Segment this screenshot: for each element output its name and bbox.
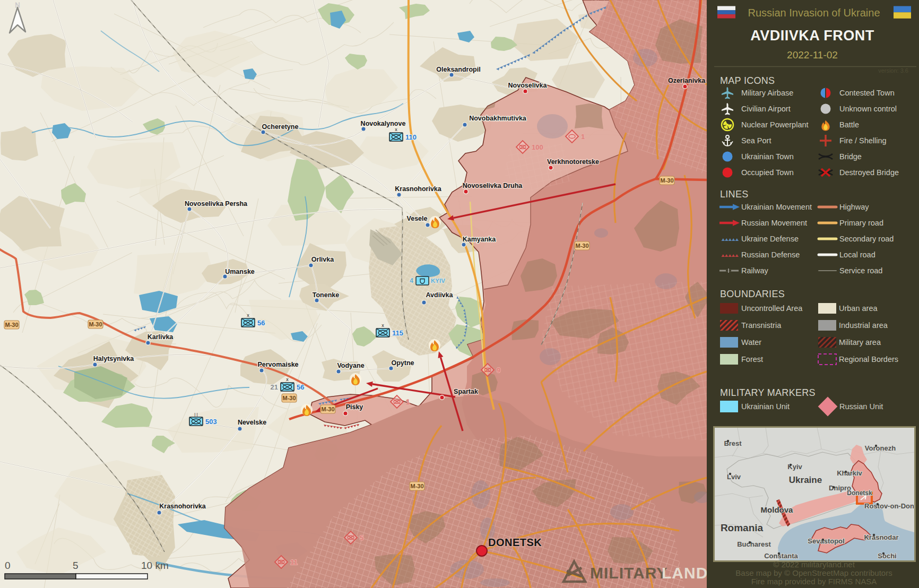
svg-text:Pervomaiske: Pervomaiske — [257, 361, 298, 368]
svg-text:| |: | | — [194, 412, 197, 417]
svg-text:Opytne: Opytne — [391, 359, 414, 367]
svg-text:M-30: M-30 — [321, 406, 334, 412]
svg-text:Kharkiv: Kharkiv — [837, 469, 862, 477]
svg-text:Kyiv: Kyiv — [787, 463, 802, 471]
svg-text:Ukraine: Ukraine — [789, 475, 822, 485]
svg-text:Fire / Shelling: Fire / Shelling — [839, 136, 887, 145]
svg-text:Nevelske: Nevelske — [238, 419, 266, 426]
svg-text:Novobakhmutivka: Novobakhmutivka — [469, 115, 527, 122]
svg-text:KYIV: KYIV — [431, 278, 445, 284]
svg-text:Sea Port: Sea Port — [741, 136, 771, 145]
svg-text:Umanske: Umanske — [225, 268, 255, 275]
svg-text:M-30: M-30 — [575, 243, 588, 249]
svg-text:Ocheretyne: Ocheretyne — [262, 123, 299, 131]
svg-text:Orlivka: Orlivka — [311, 256, 334, 263]
svg-text:Ukrainian Town: Ukrainian Town — [741, 152, 794, 161]
svg-text:version: 3.6: version: 3.6 — [878, 67, 908, 74]
svg-text:Donetsk: Donetsk — [847, 489, 872, 497]
svg-text:Ukraine Defense: Ukraine Defense — [741, 235, 799, 243]
svg-text:Ukrainian Movement: Ukrainian Movement — [741, 203, 812, 211]
svg-text:Brest: Brest — [724, 439, 742, 447]
svg-text:11: 11 — [290, 558, 298, 566]
svg-text:1: 1 — [581, 133, 585, 141]
svg-text:Industrial area: Industrial area — [839, 321, 888, 330]
svg-text:Vodyane: Vodyane — [337, 362, 364, 369]
svg-text:x: x — [286, 377, 289, 382]
svg-text:© 2022 militaryland.net: © 2022 militaryland.net — [773, 560, 855, 569]
svg-text:MILITARY MARKERS: MILITARY MARKERS — [720, 387, 816, 398]
svg-text:Kamyanka: Kamyanka — [463, 236, 497, 243]
svg-text:Occupied Town: Occupied Town — [741, 168, 794, 177]
svg-text:115: 115 — [392, 329, 403, 337]
svg-text:Karlivka: Karlivka — [148, 333, 174, 341]
svg-text:Krasnodar: Krasnodar — [864, 533, 898, 541]
svg-text:Military area: Military area — [839, 338, 881, 347]
svg-text:Destroyed Bridge: Destroyed Bridge — [839, 168, 899, 177]
svg-text:9: 9 — [497, 366, 500, 374]
svg-text:Halytsynivka: Halytsynivka — [93, 355, 134, 362]
svg-text:503: 503 — [205, 418, 217, 426]
svg-text:MILITARY: MILITARY — [590, 564, 667, 582]
svg-text:56: 56 — [257, 319, 265, 327]
svg-text:Battle: Battle — [839, 120, 859, 129]
svg-text:Spartak: Spartak — [454, 388, 478, 395]
svg-text:Unknown control: Unknown control — [839, 105, 897, 113]
svg-text:Voronezh: Voronezh — [865, 444, 896, 452]
svg-text:Ukrainian Unit: Ukrainian Unit — [741, 402, 790, 411]
svg-text:4: 4 — [410, 277, 413, 284]
svg-text:M-30: M-30 — [5, 322, 18, 328]
svg-text:M-30: M-30 — [660, 177, 673, 184]
svg-text:10 km: 10 km — [141, 560, 169, 571]
svg-text:M-30: M-30 — [282, 395, 296, 401]
svg-text:Transnistria: Transnistria — [741, 321, 782, 330]
svg-text:Russian Unit: Russian Unit — [839, 402, 883, 411]
svg-text:Verkhnotoretske: Verkhnotoretske — [547, 158, 599, 166]
svg-text:Forest: Forest — [741, 355, 763, 364]
svg-text:Krasnohorivka: Krasnohorivka — [395, 185, 442, 193]
svg-text:Secondary road: Secondary road — [839, 235, 894, 243]
svg-text:0: 0 — [5, 560, 11, 571]
svg-text:Bridge: Bridge — [839, 152, 862, 161]
svg-text:Contested Town: Contested Town — [839, 89, 895, 97]
svg-text:Russian Invasion of Ukraine: Russian Invasion of Ukraine — [748, 7, 880, 19]
svg-text:LAND: LAND — [662, 564, 708, 582]
svg-text:Urban area: Urban area — [839, 304, 878, 313]
svg-text:Nuclear Powerplant: Nuclear Powerplant — [741, 120, 809, 129]
svg-text:Avdiivka: Avdiivka — [426, 291, 454, 299]
svg-text:x: x — [382, 323, 384, 328]
svg-text:Ozerianivka: Ozerianivka — [668, 77, 706, 84]
svg-text:Highway: Highway — [839, 203, 869, 211]
svg-text:Novoselivka: Novoselivka — [508, 82, 548, 89]
svg-text:Pisky: Pisky — [346, 403, 363, 411]
svg-text:Regional Borders: Regional Borders — [839, 355, 898, 364]
svg-text:x: x — [247, 313, 249, 318]
svg-text:Base map by © OpenStreetMap co: Base map by © OpenStreetMap contributors — [735, 568, 892, 577]
svg-text:Novoselivka Druha: Novoselivka Druha — [463, 182, 523, 189]
svg-text:Novokalynove: Novokalynove — [361, 120, 406, 127]
svg-text:1: 1 — [406, 398, 410, 406]
svg-text:Civilian Airport: Civilian Airport — [741, 105, 791, 113]
svg-text:Sochi: Sochi — [878, 552, 896, 560]
svg-text:MAP ICONS: MAP ICONS — [720, 75, 775, 86]
svg-text:100: 100 — [532, 143, 543, 151]
svg-text:M-30: M-30 — [410, 483, 423, 489]
svg-text:Primary road: Primary road — [839, 219, 883, 227]
svg-text:110: 110 — [405, 133, 417, 141]
svg-text:AVDIIVKA FRONT: AVDIIVKA FRONT — [750, 28, 874, 44]
svg-text:Water: Water — [741, 338, 761, 347]
svg-text:21: 21 — [271, 383, 278, 391]
svg-text:Uncontrolled Area: Uncontrolled Area — [741, 304, 803, 313]
svg-text:Railway: Railway — [741, 266, 769, 275]
svg-text:Russian Movement: Russian Movement — [741, 219, 807, 227]
svg-text:Moldova: Moldova — [761, 505, 793, 514]
svg-text:2022-11-02: 2022-11-02 — [787, 49, 838, 60]
svg-text:Local road: Local road — [839, 250, 875, 259]
svg-text:Oleksandropil: Oleksandropil — [436, 66, 480, 73]
svg-text:5: 5 — [73, 560, 79, 571]
svg-text:Novoselivka Persha: Novoselivka Persha — [185, 200, 248, 207]
svg-text:Russian Defense: Russian Defense — [741, 250, 800, 259]
svg-text:Tonenke: Tonenke — [313, 291, 340, 299]
svg-text:5: 5 — [360, 534, 363, 542]
svg-text:Krasnohorivka: Krasnohorivka — [159, 503, 206, 510]
svg-text:56: 56 — [297, 383, 304, 391]
